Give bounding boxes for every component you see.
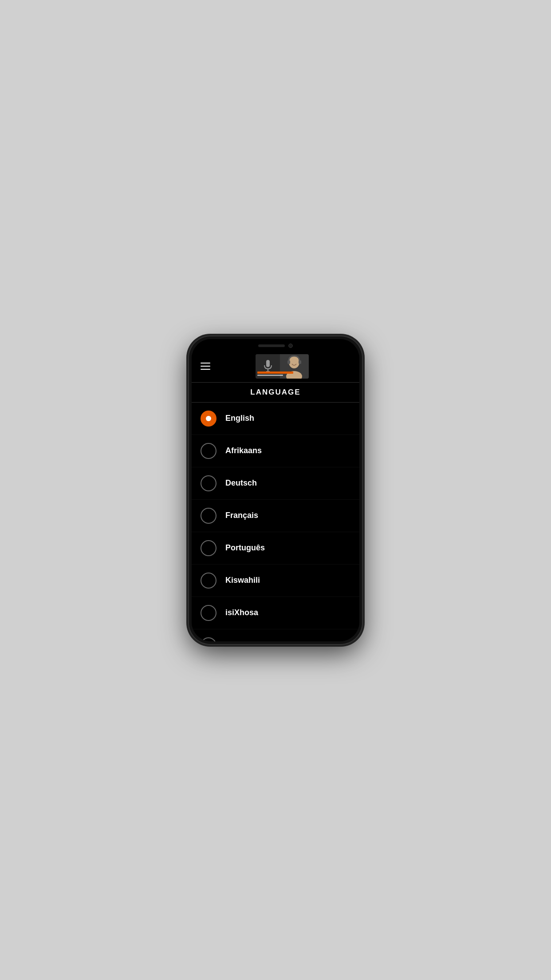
language-item-portugues[interactable]: Português bbox=[192, 532, 359, 565]
language-item-english[interactable]: English bbox=[192, 403, 359, 435]
logo-container bbox=[212, 354, 352, 379]
radio-afrikaans[interactable] bbox=[201, 443, 216, 459]
speaker bbox=[258, 344, 285, 347]
language-label-isixhosa: isiXhosa bbox=[225, 608, 258, 617]
logo-text bbox=[257, 371, 309, 376]
language-label-isizulu: isiZulu bbox=[225, 640, 251, 641]
app-logo bbox=[256, 354, 309, 379]
screen: LANGUAGE English Afrikaans Deutsch Franç… bbox=[192, 339, 359, 641]
header bbox=[192, 351, 359, 383]
page-title: LANGUAGE bbox=[250, 388, 300, 396]
language-item-kiswahili[interactable]: Kiswahili bbox=[192, 565, 359, 597]
logo-inner bbox=[256, 354, 309, 379]
svg-rect-6 bbox=[299, 360, 301, 364]
page-title-container: LANGUAGE bbox=[192, 383, 359, 403]
language-label-francais: Français bbox=[225, 511, 258, 520]
language-label-portugues: Português bbox=[225, 543, 265, 553]
radio-kiswahili[interactable] bbox=[201, 573, 216, 589]
radio-isixhosa[interactable] bbox=[201, 605, 216, 621]
radio-english[interactable] bbox=[201, 411, 216, 427]
radio-portugues[interactable] bbox=[201, 540, 216, 556]
mic-icon bbox=[264, 360, 272, 372]
logo-left bbox=[256, 354, 280, 379]
language-label-afrikaans: Afrikaans bbox=[225, 446, 262, 455]
language-label-english: English bbox=[225, 414, 254, 423]
language-item-afrikaans[interactable]: Afrikaans bbox=[192, 435, 359, 467]
radio-isizulu[interactable] bbox=[201, 637, 216, 641]
language-label-kiswahili: Kiswahili bbox=[225, 576, 260, 585]
language-label-deutsch: Deutsch bbox=[225, 478, 257, 488]
camera bbox=[288, 344, 293, 348]
language-item-francais[interactable]: Français bbox=[192, 500, 359, 532]
radio-francais[interactable] bbox=[201, 508, 216, 524]
language-item-deutsch[interactable]: Deutsch bbox=[192, 467, 359, 500]
language-list: English Afrikaans Deutsch Français Portu… bbox=[192, 403, 359, 641]
logo-orange-line bbox=[257, 371, 293, 374]
hamburger-menu-button[interactable] bbox=[199, 361, 212, 371]
phone-frame: LANGUAGE English Afrikaans Deutsch Franç… bbox=[189, 336, 362, 644]
svg-rect-0 bbox=[266, 360, 270, 367]
language-item-isixhosa[interactable]: isiXhosa bbox=[192, 597, 359, 629]
logo-white-line bbox=[257, 375, 283, 376]
radio-deutsch[interactable] bbox=[201, 475, 216, 491]
language-item-isizulu[interactable]: isiZulu bbox=[192, 629, 359, 641]
svg-rect-5 bbox=[287, 360, 290, 364]
notch-area bbox=[192, 339, 359, 351]
